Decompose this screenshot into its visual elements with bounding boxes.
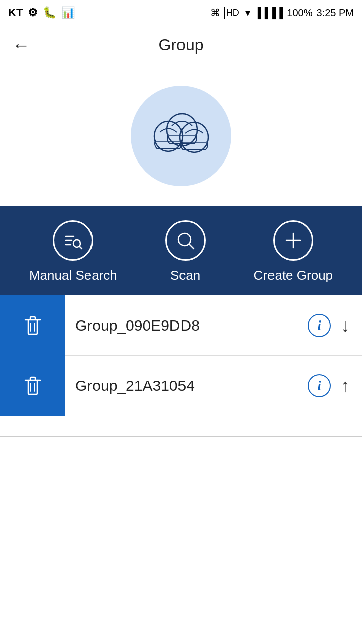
bluetooth-icon: ⌘	[210, 7, 220, 19]
plus-icon	[282, 229, 304, 252]
list-search-icon	[62, 229, 84, 252]
group2-arrow-button[interactable]: ↑	[341, 377, 350, 395]
group2-name: Group_21A31054	[65, 377, 308, 394]
trash-icon	[20, 373, 45, 398]
hero-circle	[131, 86, 231, 186]
status-bar: KT ⚙ 🐛 📊 ⌘ HD ▾ ▐▐▐▐ 100% 3:25 PM	[0, 0, 362, 25]
hd-badge: HD	[224, 7, 241, 19]
group2-info-button[interactable]: i	[308, 374, 331, 397]
create-group-icon-container	[273, 220, 313, 261]
group1-info-button[interactable]: i	[308, 314, 331, 337]
bug-icon: 🐛	[43, 6, 56, 19]
signal-icon: ▐▐▐▐	[254, 7, 283, 19]
group1-actions: i ↓	[308, 314, 362, 337]
delete-group2-button[interactable]	[0, 356, 65, 416]
header: ← Group	[0, 25, 362, 65]
page-title: Group	[40, 36, 322, 54]
table-row: Group_21A31054 i ↑	[0, 356, 362, 416]
table-row: Group_090E9DD8 i ↓	[0, 295, 362, 356]
group2-actions: i ↑	[308, 374, 362, 397]
group-list: Group_090E9DD8 i ↓ Group_21A31054 i ↑	[0, 295, 362, 416]
manual-search-button[interactable]: Manual Search	[29, 220, 117, 283]
create-group-label: Create Group	[254, 268, 333, 283]
scan-button[interactable]: Scan	[165, 220, 206, 283]
search-icon	[174, 229, 197, 252]
helmets-icon	[148, 107, 214, 165]
status-left: KT ⚙ 🐛 📊	[8, 6, 75, 19]
carrier-text: KT	[8, 6, 23, 19]
delete-group1-button[interactable]	[0, 295, 65, 356]
hero-section	[0, 65, 362, 206]
bottom-divider	[0, 436, 362, 437]
group1-name: Group_090E9DD8	[65, 317, 308, 334]
status-right: ⌘ HD ▾ ▐▐▐▐ 100% 3:25 PM	[210, 7, 354, 19]
trash-icon	[20, 313, 45, 338]
time-text: 3:25 PM	[317, 7, 354, 19]
scan-icon-container	[165, 220, 206, 261]
chart-icon: 📊	[61, 6, 75, 19]
back-button[interactable]: ←	[12, 36, 30, 54]
wifi-icon: ▾	[245, 7, 250, 19]
group1-arrow-button[interactable]: ↓	[341, 316, 350, 335]
manual-search-icon-container	[53, 220, 93, 261]
svg-line-10	[79, 246, 82, 249]
manual-search-label: Manual Search	[29, 268, 117, 283]
action-bar: Manual Search Scan Create Group	[0, 206, 362, 295]
svg-point-4	[180, 122, 208, 152]
battery-text: 100%	[287, 7, 312, 19]
scan-label: Scan	[170, 268, 200, 283]
create-group-button[interactable]: Create Group	[254, 220, 333, 283]
usb-icon: ⚙	[28, 6, 38, 19]
svg-line-12	[189, 244, 194, 249]
